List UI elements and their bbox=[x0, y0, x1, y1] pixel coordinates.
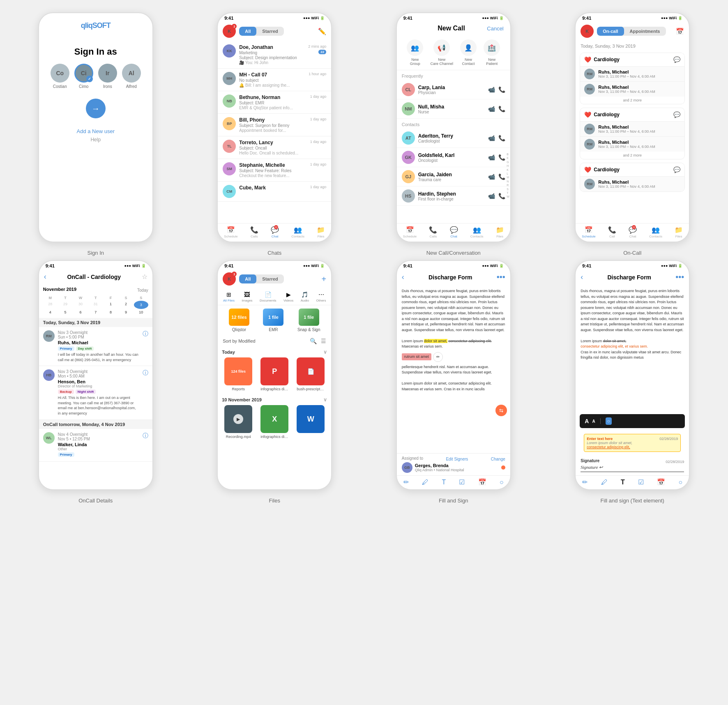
user-avatar[interactable]: K bbox=[581, 25, 594, 38]
video-call-icon[interactable]: 📹 bbox=[488, 154, 495, 161]
folder-qliqstor[interactable]: 12 files Qliqstor bbox=[229, 309, 249, 332]
checkbox-tool-button[interactable]: ☑ bbox=[459, 478, 465, 486]
highlight-tool-button[interactable]: 🖊 bbox=[422, 478, 429, 486]
chevron-down-icon[interactable]: ∨ bbox=[323, 349, 327, 355]
text-tool-button[interactable]: T bbox=[621, 478, 625, 486]
nav-files[interactable]: 📁 Files bbox=[675, 226, 683, 238]
cal-day[interactable]: 3 bbox=[134, 301, 148, 309]
contact-carp[interactable]: CL Carp, Lania Physician 📹 📞 bbox=[397, 80, 510, 99]
file-item-infographics2[interactable]: X infographics diagram.pptx bbox=[258, 405, 291, 439]
nav-schedule[interactable]: 📅 Schedule bbox=[403, 226, 417, 238]
file-item-word[interactable]: W bbox=[294, 405, 327, 439]
help-link[interactable]: Help bbox=[90, 137, 101, 143]
info-icon[interactable]: ⓘ bbox=[143, 330, 148, 338]
oncall-entry-walker[interactable]: WL Nov 4 OvernightNov 5 • 12:05 PM Walke… bbox=[39, 429, 152, 462]
filter-icon[interactable]: ☰ bbox=[321, 338, 326, 344]
nav-files[interactable]: 📁 Files bbox=[496, 226, 504, 238]
avatar-alfred[interactable]: Al Alfred bbox=[122, 64, 141, 89]
chat-item-stephanie[interactable]: SM Stephanie, Michelle Subject: New Feat… bbox=[218, 159, 331, 182]
search-icon[interactable]: 🔍 bbox=[310, 338, 317, 344]
change-button[interactable]: Change bbox=[491, 457, 505, 461]
nav-calls[interactable]: 📞 Calls bbox=[250, 226, 258, 238]
nav-contacts[interactable]: 👥 Contacts bbox=[291, 226, 304, 238]
oncall-entry-ruhs[interactable]: RM Nov 3 OvernightSun • 5:00 PM Ruhs, Mi… bbox=[39, 327, 152, 366]
info-icon[interactable]: ⓘ bbox=[143, 432, 148, 440]
oncall-entry-henson[interactable]: HB Nov 3 OvernightMon • 5:00 AM Henson, … bbox=[39, 366, 152, 419]
chat-item-bill[interactable]: BP Bill, Phony Subject: Surgeon for Benn… bbox=[218, 114, 331, 136]
nav-documents[interactable]: 📄 Documents bbox=[260, 291, 276, 302]
video-call-icon[interactable]: 📹 bbox=[488, 173, 495, 180]
contact-null[interactable]: NM Null, Misha Nurse 📹 📞 bbox=[397, 99, 510, 119]
nav-calls[interactable]: 📞 Calls bbox=[429, 226, 437, 238]
chat-item-cube[interactable]: CM Cube, Mark 1 day ago bbox=[218, 182, 331, 202]
contact-aderlton[interactable]: AT Aderlton, Terry Cardiologist 📹 📞 bbox=[397, 129, 510, 148]
video-call-icon[interactable]: 📹 bbox=[488, 86, 495, 93]
cal-day[interactable]: 1 bbox=[104, 301, 118, 309]
file-item-bush-prescription[interactable]: 📄 bush-prescription.pdf bbox=[294, 357, 327, 391]
avatar-cimo[interactable]: Ci ✓ Cimo bbox=[74, 64, 93, 89]
phone-call-icon[interactable]: 📞 bbox=[498, 173, 505, 180]
cal-day[interactable]: 29 bbox=[58, 301, 73, 309]
nav-images[interactable]: 🖼 Images bbox=[242, 291, 252, 302]
star-button[interactable]: ☆ bbox=[142, 273, 147, 281]
nav-schedule[interactable]: 📅 Schedule bbox=[582, 226, 595, 238]
nav-contacts[interactable]: 👥 Contacts bbox=[470, 226, 484, 238]
cal-day[interactable]: 10 bbox=[134, 309, 148, 316]
checkbox-tool-button[interactable]: ☑ bbox=[638, 478, 644, 486]
chevron-down-icon[interactable]: ∨ bbox=[323, 397, 327, 403]
contact-hardin[interactable]: HS Hardin, Stephen First floor in-charge… bbox=[397, 187, 510, 206]
sort-label[interactable]: Sort by Modified bbox=[223, 339, 255, 343]
add-button[interactable]: + bbox=[322, 274, 327, 284]
user-avatar[interactable]: K 3 bbox=[223, 25, 236, 38]
info-icon[interactable]: ⓘ bbox=[143, 369, 148, 377]
phone-call-icon[interactable]: 📞 bbox=[498, 135, 505, 141]
calendar-tool-button[interactable]: 📅 bbox=[478, 478, 486, 486]
signin-arrow-button[interactable]: → bbox=[86, 99, 106, 118]
new-contact-action[interactable]: 👤 NewContact bbox=[460, 39, 477, 66]
play-button[interactable]: ▶ bbox=[233, 414, 243, 424]
file-item-recording[interactable]: ▶ Recording.mp4 bbox=[222, 405, 255, 439]
tab-starred[interactable]: Starred bbox=[256, 27, 284, 36]
calendar-icon[interactable]: 📅 bbox=[676, 28, 684, 35]
phone-call-icon[interactable]: 📞 bbox=[498, 106, 505, 112]
tab-appointments[interactable]: Appointments bbox=[624, 27, 666, 36]
edit-floating-button[interactable]: ✏ bbox=[433, 352, 443, 362]
chat-item-torreto[interactable]: TL Torreto, Lancy Subject: Oncall Hello … bbox=[218, 136, 331, 159]
tab-oncall[interactable]: On-call bbox=[597, 27, 624, 36]
chat-item-doe[interactable]: KK Doe, Jonathan Marketing Subject: Desi… bbox=[218, 41, 331, 69]
text-size-a-large[interactable]: A bbox=[585, 418, 589, 424]
cal-day[interactable]: 28 bbox=[43, 301, 58, 309]
folder-emr[interactable]: 1 file EMR bbox=[263, 309, 283, 332]
cal-day[interactable]: 9 bbox=[119, 309, 133, 316]
user-avatar[interactable]: K3 bbox=[223, 272, 236, 286]
cal-day[interactable]: 30 bbox=[73, 301, 88, 309]
nav-call[interactable]: 📞 Call bbox=[608, 226, 616, 238]
dept-entry[interactable]: RM Ruhs, Michael Nov 3, 11:00 PM – Nov 4… bbox=[580, 121, 684, 136]
cancel-button[interactable]: Cancel bbox=[487, 25, 503, 32]
dept-chat-icon[interactable]: 💬 bbox=[673, 56, 680, 63]
highlight-tool-button[interactable]: 🖊 bbox=[601, 478, 608, 486]
dept-entry[interactable]: RM Ruhs, Michael Nov 3, 11:00 PM – Nov 4… bbox=[580, 66, 684, 81]
new-patient-action[interactable]: 🏥 NewPatient bbox=[484, 39, 500, 66]
avatar-irons[interactable]: Ir Irons bbox=[98, 64, 117, 89]
swap-button[interactable]: ⇆ bbox=[495, 405, 507, 416]
file-item-reports[interactable]: 124 files Reports bbox=[222, 357, 255, 391]
back-button[interactable]: ‹ bbox=[402, 273, 404, 281]
add-new-user-link[interactable]: Add a New user bbox=[77, 128, 115, 134]
back-button[interactable]: ‹ bbox=[44, 272, 46, 281]
phone-call-icon[interactable]: 📞 bbox=[498, 154, 505, 161]
new-care-channel-action[interactable]: 📢 NewCare Channel bbox=[430, 39, 453, 66]
avatar-costian[interactable]: Co Costian bbox=[51, 64, 69, 89]
contact-garcia[interactable]: GJ Garcia, Jaiden Trauma care 📹 📞 bbox=[397, 167, 510, 187]
text-size-a-small[interactable]: A bbox=[592, 419, 595, 424]
nav-chat[interactable]: 💬 Chat bbox=[450, 226, 458, 238]
cal-day[interactable]: 7 bbox=[88, 309, 103, 316]
dept-entry[interactable]: RM Ruhs, Michael Nov 3, 11:00 PM – Nov 4… bbox=[580, 136, 684, 152]
nav-all-files[interactable]: ⊞ All Files bbox=[223, 291, 235, 302]
dept-chat-icon[interactable]: 💬 bbox=[673, 166, 680, 173]
file-item-infographics[interactable]: P infographics diagram.pptx bbox=[258, 357, 291, 391]
dept-entry[interactable]: RM Ruhs, Michael Nov 3, 11:00 PM – Nov 4… bbox=[580, 81, 684, 97]
video-call-icon[interactable]: 📹 bbox=[488, 135, 495, 141]
circle-tool-button[interactable]: ○ bbox=[678, 478, 682, 486]
folder-snap-sign[interactable]: 1 file Snap & Sign bbox=[297, 309, 320, 332]
